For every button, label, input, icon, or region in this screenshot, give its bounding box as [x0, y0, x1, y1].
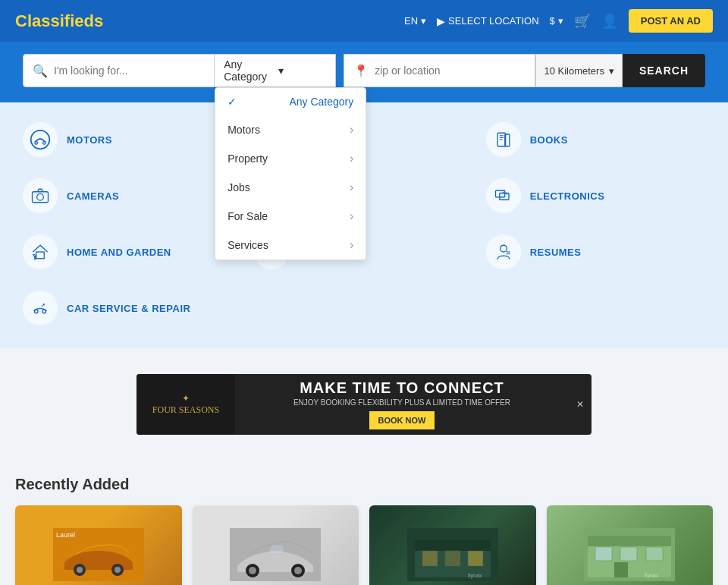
books-icon — [486, 122, 521, 157]
books-label: BOOKS — [530, 134, 568, 146]
svg-rect-47 — [595, 547, 612, 561]
location-input[interactable] — [375, 64, 526, 77]
header: Classifieds EN ▾ ▶ SELECT LOCATION $ ▾ 🛒… — [0, 0, 728, 42]
ad-subtitle: ENJOY BOOKING FLEXIBILITY PLUS A LIMITED… — [247, 398, 557, 407]
listing-card[interactable]: Laurel 2007 Audi A3 3.2 quattro Hatchbac… — [15, 505, 182, 585]
ad-cta-button[interactable]: BOOK NOW — [369, 411, 435, 429]
category-electronics[interactable]: ELECTRONICS — [486, 174, 705, 218]
svg-point-30 — [115, 567, 121, 573]
svg-text:flynax: flynax — [468, 573, 482, 579]
category-home-garden[interactable]: HOME AND GARDEN — [23, 230, 242, 274]
location-selector[interactable]: ▶ SELECT LOCATION — [437, 15, 538, 27]
svg-rect-42 — [468, 551, 483, 566]
category-cameras[interactable]: CAMERAS — [23, 174, 242, 218]
dropdown-item-motors[interactable]: Motors — [215, 115, 366, 144]
cards-grid: Laurel 2007 Audi A3 3.2 quattro Hatchbac… — [15, 505, 713, 585]
cameras-label: CAMERAS — [67, 190, 119, 202]
svg-point-12 — [37, 193, 44, 200]
post-ad-button[interactable]: POST AN AD — [629, 9, 713, 33]
dropdown-item-any-category[interactable]: Any Category — [215, 88, 366, 115]
recently-added-section: Recently Added Laurel 2007 Audi A3 3.2 q… — [0, 461, 728, 585]
car-service-icon — [23, 291, 58, 326]
svg-rect-18 — [36, 252, 45, 259]
dropdown-item-jobs[interactable]: Jobs — [215, 173, 366, 202]
svg-rect-48 — [620, 547, 637, 561]
svg-text:flynax: flynax — [645, 573, 659, 579]
svg-rect-39 — [415, 539, 491, 551]
listing-image: flynax — [547, 505, 714, 585]
svg-text:Laurel: Laurel — [56, 531, 75, 539]
km-dropdown[interactable]: 10 Kilometers ▾ — [535, 54, 622, 87]
search-input[interactable] — [54, 64, 205, 77]
category-books[interactable]: BOOKS — [486, 118, 705, 162]
listing-image — [193, 505, 359, 585]
dropdown-item-services[interactable]: Services — [215, 231, 366, 259]
electronics-label: ELECTRONICS — [530, 190, 605, 202]
chevron-right-icon — [350, 238, 353, 252]
svg-point-1 — [35, 142, 38, 145]
chevron-right-icon — [350, 123, 353, 137]
recently-added-title: Recently Added — [15, 476, 713, 493]
category-resumes[interactable]: RESUMES — [486, 230, 705, 274]
search-button[interactable]: SEARCH — [623, 54, 705, 87]
location-pin-icon: 📍 — [353, 64, 369, 78]
ad-banner-section: ✦FOUR SEASONS MAKE TIME TO CONNECT ENJOY… — [0, 348, 728, 461]
currency-selector[interactable]: $ ▾ — [550, 15, 563, 27]
listing-card[interactable]: flynax 2729 Duncan St 11 🛌 3 🛀 1 □ 50 m … — [547, 505, 714, 585]
ad-title: MAKE TIME TO CONNECT — [247, 379, 557, 397]
svg-rect-15 — [495, 190, 504, 197]
search-icon: 🔍 — [33, 64, 48, 78]
svg-rect-50 — [614, 562, 628, 577]
ad-close-button[interactable]: ✕ — [569, 395, 592, 414]
svg-rect-49 — [646, 547, 663, 561]
category-car-service[interactable]: CAR SERVICE & REPAIR — [23, 286, 242, 330]
listing-image: Laurel — [15, 505, 182, 585]
home-garden-label: HOME AND GARDEN — [67, 247, 171, 258]
chevron-right-icon — [350, 152, 353, 165]
svg-point-24 — [35, 310, 38, 313]
listing-card[interactable]: Ford Mustang Shelby GT500 Convertible, 2… — [193, 505, 359, 585]
svg-point-35 — [249, 567, 256, 574]
search-section: 🔍 Any Category ▾ Any Category Motors Pro… — [0, 42, 728, 102]
svg-rect-46 — [588, 536, 671, 546]
motors-label: MOTORS — [67, 134, 112, 146]
language-selector[interactable]: EN ▾ — [404, 15, 426, 27]
resumes-label: RESUMES — [530, 247, 582, 258]
dropdown-arrow: ▾ — [278, 64, 327, 77]
electronics-icon — [486, 178, 521, 213]
resumes-icon — [486, 234, 521, 269]
svg-rect-40 — [422, 551, 438, 566]
svg-point-36 — [294, 567, 302, 574]
category-dropdown-menu: Any Category Motors Property Jobs For Sa… — [215, 87, 366, 260]
home-garden-icon — [23, 234, 58, 269]
chevron-right-icon — [350, 181, 353, 194]
search-input-wrapper: 🔍 — [23, 54, 215, 87]
svg-rect-41 — [445, 551, 460, 566]
header-actions: EN ▾ ▶ SELECT LOCATION $ ▾ 🛒 👤 POST AN A… — [404, 9, 713, 33]
listing-image: flynax — [369, 505, 536, 585]
dropdown-item-for-sale[interactable]: For Sale — [215, 202, 366, 231]
svg-point-21 — [500, 245, 507, 252]
car-service-label: CAR SERVICE & REPAIR — [67, 303, 190, 314]
dropdown-item-property[interactable]: Property — [215, 144, 366, 173]
ad-banner[interactable]: ✦FOUR SEASONS MAKE TIME TO CONNECT ENJOY… — [136, 374, 592, 435]
category-motors[interactable]: MOTORS — [23, 118, 242, 162]
ad-brand-logo: ✦FOUR SEASONS — [136, 374, 235, 435]
svg-point-2 — [43, 142, 46, 145]
ad-content: MAKE TIME TO CONNECT ENJOY BOOKING FLEXI… — [235, 374, 569, 435]
cart-icon[interactable]: 🛒 — [574, 13, 591, 30]
chevron-right-icon — [350, 209, 353, 223]
motors-icon — [23, 122, 58, 157]
category-dropdown[interactable]: Any Category ▾ — [215, 54, 336, 87]
location-input-wrapper: 📍 — [344, 54, 535, 87]
cameras-icon — [23, 178, 58, 213]
category-selected-label: Any Category — [224, 58, 272, 83]
user-icon[interactable]: 👤 — [601, 13, 618, 30]
listing-card[interactable]: flynax 1454 Hanover St 30 🛌 3 🛀 4 □ 73 m… — [369, 505, 536, 585]
category-dropdown-wrapper: Any Category ▾ Any Category Motors Prope… — [215, 54, 336, 87]
svg-point-25 — [42, 310, 46, 313]
svg-point-29 — [77, 567, 83, 573]
site-logo[interactable]: Classifieds — [15, 11, 103, 31]
